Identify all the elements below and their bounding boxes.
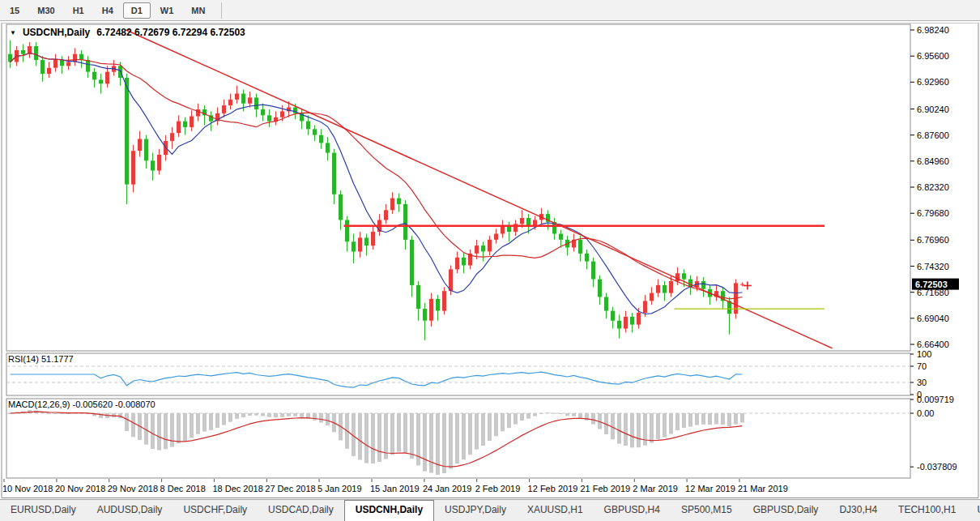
candle-body [261, 109, 265, 115]
timeframe-button-w1[interactable]: W1 [152, 2, 182, 19]
candle-body [60, 60, 64, 66]
candle-body [352, 241, 356, 251]
timeframe-button-h4[interactable]: H4 [94, 2, 121, 19]
candle-body [384, 210, 388, 220]
rsi-axis-label: 100 [917, 349, 931, 359]
chart-window: 6.982406.956006.929606.902406.876006.849… [0, 22, 980, 499]
candle-body [637, 313, 641, 325]
date-axis-label: 2 Mar 2019 [633, 484, 678, 493]
candle-body [177, 122, 181, 134]
tab-usdjpy-daily[interactable]: USDJPY,Daily [434, 500, 517, 521]
tab-dj30-h4[interactable]: DJ30,H4 [829, 500, 888, 521]
candle-body [319, 135, 323, 143]
price-axis-label: 6.92960 [917, 77, 949, 87]
candle-body [40, 60, 45, 74]
candle-body [481, 246, 485, 251]
descending-trendline[interactable] [126, 30, 833, 348]
toolbar-divider [221, 2, 222, 19]
tab-audusd-daily[interactable]: AUDUSD,Daily [87, 500, 173, 521]
price-axis[interactable]: 6.982406.956006.929606.902406.876006.849… [910, 25, 959, 472]
timeframe-button-d1[interactable]: D1 [123, 2, 151, 19]
candle-body [462, 258, 466, 266]
candle-body [501, 226, 505, 234]
date-axis-label: 24 Jan 2019 [423, 484, 472, 493]
candle-body [267, 115, 271, 121]
candle-body [598, 280, 602, 297]
tab-eurusd-daily[interactable]: EURUSD,Daily [0, 500, 87, 521]
candle-body [151, 160, 155, 170]
tab-gbpusd-daily[interactable]: GBPUSD,Daily [743, 500, 829, 521]
candle-body [190, 117, 194, 127]
date-axis-label: 18 Dec 2018 [212, 484, 262, 493]
time-axis[interactable]: 10 Nov 201820 Nov 201829 Nov 20188 Dec 2… [2, 479, 788, 493]
price-plus-marker [744, 281, 752, 289]
candle-body [131, 151, 135, 184]
candle-body [449, 269, 453, 291]
tab-usdchf-daily[interactable]: USDCHF,Daily [173, 500, 258, 521]
macd-histogram [8, 410, 744, 475]
price-chart-canvas[interactable]: 6.982406.956006.929606.902406.876006.849… [0, 22, 980, 499]
tab-tech100-h1[interactable]: TECH100,H1 [888, 500, 966, 521]
candle-body [144, 139, 148, 161]
candle-body [105, 72, 109, 84]
tab-sp500-m15[interactable]: SP500,M15 [671, 500, 743, 521]
candle-body [326, 143, 330, 152]
candle-body [578, 240, 582, 254]
candle-body [73, 54, 77, 62]
symbol-dropdown-icon[interactable]: ▼ [10, 29, 16, 36]
candle-body [436, 299, 440, 311]
timeframe-button-h1[interactable]: H1 [65, 2, 92, 19]
candle-body [643, 301, 647, 313]
candle-body [241, 94, 245, 104]
current-price-value: 6.72503 [915, 280, 948, 289]
date-axis-label: 27 Dec 2018 [265, 484, 315, 493]
candle-body [390, 199, 394, 211]
candle-body [86, 60, 90, 72]
candle-body [650, 293, 654, 301]
candle-body [520, 218, 524, 224]
price-axis-label: 6.90240 [917, 105, 949, 114]
candle-body [656, 285, 660, 293]
candlestick-series [8, 41, 744, 340]
candle-body [611, 311, 615, 321]
candle-body [79, 54, 83, 60]
candle-body [47, 68, 51, 74]
tab-xauusd-h1[interactable]: XAUUSD,H1 [517, 500, 594, 521]
candle-body [494, 234, 498, 240]
candle-body [254, 97, 258, 109]
macd-pane [6, 410, 910, 475]
tab-usdcad-daily[interactable]: USDCAD,Daily [258, 500, 344, 521]
candle-body [228, 100, 232, 105]
candle-body [591, 262, 595, 280]
pane-frames [6, 24, 910, 478]
macd-axis-label: 0.009719 [917, 395, 954, 404]
candle-body [21, 50, 25, 54]
price-axis-label: 6.98240 [917, 25, 949, 35]
candle-body [66, 62, 70, 66]
timeframe-button-m30[interactable]: M30 [29, 2, 62, 19]
price-axis-label: 6.82320 [917, 182, 949, 192]
tab-ui[interactable]: UI [966, 500, 980, 521]
candle-body [183, 122, 187, 127]
candle-body [235, 94, 239, 100]
chart-ohlc-values: 6.72482 6.72679 6.72294 6.72503 [96, 27, 245, 38]
chart-tab-bar: EURUSD,DailyAUDUSD,DailyUSDCHF,DailyUSDC… [0, 499, 980, 521]
candle-body [345, 220, 349, 242]
timeframe-button-15[interactable]: 15 [2, 2, 28, 19]
candle-body [617, 321, 621, 329]
candle-body [403, 204, 407, 240]
date-axis-label: 8 Dec 2018 [160, 484, 206, 493]
tab-usdcnh-daily[interactable]: USDCNH,Daily [344, 500, 434, 521]
tab-gbpusd-h4[interactable]: GBPUSD,H4 [594, 500, 671, 521]
timeframe-button-mn[interactable]: MN [183, 2, 213, 19]
timeframe-toolbar: 15M30H1H4D1W1MN [0, 0, 980, 21]
candle-body [669, 281, 673, 293]
candle-body [53, 60, 58, 68]
candle-body [364, 237, 369, 246]
candle-body [675, 273, 680, 281]
candle-body [170, 133, 174, 141]
candle-body [429, 299, 433, 321]
candle-body [526, 218, 530, 226]
candle-body [138, 139, 142, 152]
date-axis-label: 15 Jan 2019 [370, 484, 420, 493]
